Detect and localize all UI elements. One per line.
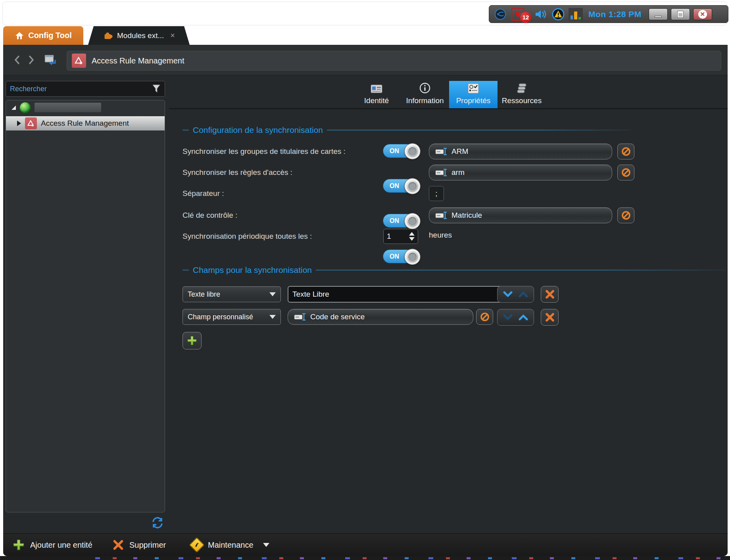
navigation-bar: x Access Rule Management <box>3 45 728 75</box>
clear-field-button[interactable] <box>617 165 634 180</box>
text-field-icon <box>435 168 448 177</box>
delete-button[interactable]: Supprimer <box>113 539 182 550</box>
row-label-separator: Séparateur : <box>182 189 224 198</box>
tray-clock[interactable]: Mon 1:28 PM <box>586 10 645 19</box>
close-icon: ✕ <box>698 10 707 19</box>
field-type-dropdown[interactable]: Texte libre <box>182 286 281 302</box>
delete-label: Supprimer <box>129 541 166 550</box>
system-load-icon[interactable] <box>569 7 583 21</box>
tab-proprietes[interactable]: Propriétés <box>449 81 498 108</box>
reorder-buttons[interactable] <box>497 309 534 326</box>
move-down-icon[interactable] <box>503 314 513 320</box>
breadcrumb-entity-name: Access Rule Management <box>92 56 184 65</box>
close-button[interactable]: ✕ <box>693 8 712 20</box>
clear-field-button[interactable] <box>617 144 634 159</box>
move-up-icon[interactable] <box>519 314 528 320</box>
tab-config-tool[interactable]: Config Tool <box>3 26 83 45</box>
system-globe-icon <box>20 102 31 113</box>
plus-icon <box>187 336 197 346</box>
puzzle-icon <box>103 31 113 41</box>
sync-interval-value[interactable] <box>387 232 407 241</box>
system-load-bars <box>569 8 583 21</box>
breadcrumb[interactable]: x Access Rule Management <box>67 51 721 71</box>
clear-field-button[interactable] <box>476 309 493 325</box>
reorder-buttons[interactable] <box>497 286 534 303</box>
separator-value: ; <box>435 189 437 198</box>
arm-entity-icon: x <box>25 117 37 129</box>
add-field-button[interactable] <box>182 332 202 349</box>
free-text-value[interactable] <box>292 290 499 299</box>
sync-interval-unit: heures <box>429 231 452 240</box>
step-down-icon[interactable] <box>409 237 415 241</box>
section-sync-config-header: Configuration de la synchronisation <box>182 125 631 135</box>
text-field-icon <box>435 147 448 156</box>
move-down-icon[interactable] <box>503 291 513 297</box>
health-heart-icon[interactable]: ♥ 12 <box>511 7 525 21</box>
tab-divider <box>169 108 728 109</box>
sync-interval-input[interactable] <box>383 229 418 244</box>
number-stepper[interactable] <box>409 232 415 241</box>
delete-x-icon <box>545 290 555 299</box>
block-icon <box>621 146 631 157</box>
forward-button[interactable] <box>26 54 36 66</box>
maintenance-menu-button[interactable]: Maintenance <box>191 539 269 550</box>
identity-icon <box>370 84 383 94</box>
volume-icon[interactable] <box>534 7 548 21</box>
chevron-down-icon <box>269 292 276 296</box>
tab-proprietes-label: Propriétés <box>456 96 491 105</box>
move-up-icon[interactable] <box>519 291 528 297</box>
tab-information[interactable]: Information <box>401 81 449 108</box>
field-control-key[interactable]: Matricule <box>429 207 612 223</box>
field-cardholder-group[interactable]: ARM <box>429 144 612 159</box>
tree-item-access-rule-management[interactable]: x Access Rule Management <box>6 116 165 130</box>
add-entity-button[interactable]: Ajouter une entité <box>13 539 113 551</box>
filter-icon[interactable] <box>152 84 161 94</box>
field-access-rule[interactable]: arm <box>429 165 612 180</box>
row-label-periodic-sync: Synchronisation périodique toutes les : <box>182 232 312 241</box>
field-value: Matricule <box>451 211 482 220</box>
delete-row-button[interactable] <box>541 286 559 303</box>
clear-field-button[interactable] <box>617 207 634 223</box>
svg-text:x: x <box>32 123 34 127</box>
toggle-knob[interactable] <box>404 213 421 229</box>
refresh-icon[interactable] <box>151 516 164 531</box>
toggle-separator[interactable]: ON <box>383 214 420 228</box>
minimize-button[interactable] <box>649 8 668 20</box>
search-input[interactable] <box>10 85 152 93</box>
tree-root-row[interactable] <box>6 100 165 115</box>
search-box[interactable] <box>6 81 165 97</box>
genetec-logo-icon[interactable] <box>493 7 507 21</box>
expander-open-icon[interactable] <box>12 105 16 110</box>
screen: ♥ 12 Mon 1:28 PM ✕ Config Tool Modules e… <box>0 0 730 560</box>
back-button[interactable] <box>12 54 22 66</box>
maintenance-icon <box>189 537 205 553</box>
toggle-access-rules[interactable]: ON <box>383 179 420 193</box>
text-field-icon <box>435 211 448 220</box>
row-label-access-rules: Synchroniser les règles d'accès : <box>182 168 292 177</box>
toggle-cardholder-groups[interactable]: ON <box>383 144 420 158</box>
resources-icon <box>515 83 528 94</box>
text-field-icon <box>294 312 306 322</box>
toggle-knob[interactable] <box>404 249 421 265</box>
restore-button[interactable] <box>671 8 690 20</box>
expander-closed-icon[interactable] <box>17 121 21 126</box>
tab-identite[interactable]: Identité <box>352 81 401 108</box>
task-history-icon[interactable] <box>43 54 57 66</box>
toggle-knob[interactable] <box>404 143 421 159</box>
toggle-knob[interactable] <box>404 178 421 194</box>
tab-close-icon[interactable]: × <box>170 31 175 40</box>
warnings-icon[interactable] <box>551 7 565 21</box>
toggle-control-key[interactable]: ON <box>383 249 420 263</box>
row-label-control-key: Clé de contrôle : <box>182 211 237 220</box>
field-type-dropdown[interactable]: Champ personnalisé <box>182 309 281 325</box>
step-up-icon[interactable] <box>409 232 415 236</box>
block-icon <box>480 312 490 322</box>
entity-tab-bar: Identité Information Propriétés Ressourc… <box>352 81 546 108</box>
delete-row-button[interactable] <box>541 309 559 326</box>
custom-field-selector[interactable]: Code de service <box>288 309 473 325</box>
separator-value-box[interactable]: ; <box>429 186 444 201</box>
restore-icon <box>678 11 683 17</box>
tab-ressources[interactable]: Ressources <box>498 81 546 108</box>
free-text-input[interactable] <box>288 286 504 303</box>
tab-modules-ext[interactable]: Modules ext... × <box>88 26 190 45</box>
